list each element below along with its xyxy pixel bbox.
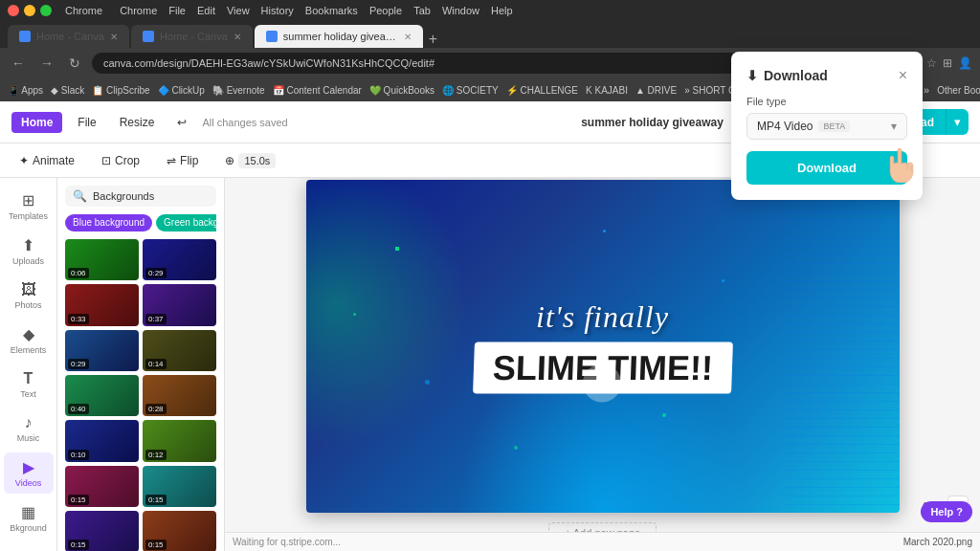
tab-close-1[interactable]: ✕	[110, 32, 118, 42]
minimize-dot[interactable]	[24, 5, 35, 16]
status-file: March 2020.png	[903, 537, 972, 547]
forward-button[interactable]: →	[36, 54, 57, 73]
menu-help[interactable]: Help	[491, 5, 513, 16]
help-label: Help ?	[930, 506, 963, 518]
bookmark-drive[interactable]: ▲ DRIVE	[635, 85, 677, 96]
menu-bookmarks[interactable]: Bookmarks	[305, 5, 358, 16]
popup-close-button[interactable]: ×	[899, 67, 907, 84]
uploads-label: Uploads	[12, 256, 44, 266]
window-controls[interactable]	[8, 5, 52, 16]
popup-download-button[interactable]: Download	[746, 151, 907, 185]
bookmark-content-calendar[interactable]: 📅 Content Calendar	[273, 85, 362, 96]
bookmark-clickup[interactable]: 🔷 ClickUp	[158, 85, 205, 96]
help-button[interactable]: Help ?	[921, 501, 972, 522]
video-thumb-7[interactable]: 0:40	[65, 375, 139, 416]
particle-5	[662, 413, 666, 417]
menu-tab[interactable]: Tab	[413, 5, 431, 16]
menu-window[interactable]: Window	[442, 5, 479, 16]
canvas-text-container[interactable]: it's finally SLIME TIME!! ▶	[474, 299, 732, 394]
maximize-dot[interactable]	[40, 5, 52, 16]
uploads-icon: ⬆	[22, 236, 34, 254]
bookmark-kajabi[interactable]: K KAJABI	[586, 85, 628, 96]
bookmark-clipscribe[interactable]: 📋 ClipScribe	[92, 85, 149, 96]
menu-bar: Chrome File Edit View History Bookmarks …	[120, 5, 513, 16]
photos-icon: 🖼	[21, 281, 36, 298]
time-control[interactable]: ⊕ 15.0s	[217, 149, 283, 172]
main-layout: ⊞ Templates ⬆ Uploads 🖼 Photos ◆ Element…	[0, 178, 980, 551]
sidebar-item-text[interactable]: T Text	[4, 364, 54, 405]
sidebar-item-background[interactable]: ▦ Bkground	[4, 497, 54, 539]
search-panel: 🔍 ✕ ⊟ Blue background Green background ›…	[57, 178, 225, 551]
video-thumb-3[interactable]: 0:33	[65, 284, 139, 325]
flip-button[interactable]: ⇌ Flip	[159, 150, 206, 171]
download-popup: ⬇ Download × File type MP4 Video BETA ▾ …	[731, 52, 923, 200]
bookmark-slack[interactable]: ◆ Slack	[51, 85, 84, 96]
tab-summer-giveaway[interactable]: summer holiday giveaway - To... ✕	[255, 25, 423, 48]
back-button[interactable]: ←	[8, 54, 29, 73]
new-tab-button[interactable]: +	[429, 31, 437, 48]
help-button-container: Help ?	[921, 501, 972, 522]
file-type-select[interactable]: MP4 Video BETA ▾	[746, 113, 907, 140]
browser-tabs: Home - Canva ✕ Home - Canva ✕ summer hol…	[0, 21, 980, 48]
menu-history[interactable]: History	[261, 5, 294, 16]
download-dropdown-button[interactable]: ▾	[946, 109, 969, 135]
bookmark-society[interactable]: 🌐 SOCIETY	[442, 85, 499, 96]
menu-edit[interactable]: Edit	[197, 5, 215, 16]
sidebar-item-uploads[interactable]: ⬆ Uploads	[4, 231, 54, 272]
tab-home-canva-1[interactable]: Home - Canva ✕	[8, 25, 129, 48]
bookmark-evernote[interactable]: 🐘 Evernote	[212, 85, 265, 96]
sidebar-item-music[interactable]: ♪ Music	[4, 408, 54, 449]
more-bookmarks[interactable]: »	[924, 84, 929, 96]
extensions-icon[interactable]: ⊞	[943, 56, 952, 70]
cat-tab-green[interactable]: Green background	[156, 214, 216, 231]
video-thumb-5[interactable]: 0:29	[65, 330, 139, 371]
canva-undo-button[interactable]: ↩	[169, 112, 194, 133]
sidebar-item-photos[interactable]: 🖼 Photos	[4, 276, 54, 316]
cat-tab-blue[interactable]: Blue background	[65, 214, 152, 231]
bookmark-apps[interactable]: 📱 Apps	[8, 85, 43, 96]
canva-resize-button[interactable]: Resize	[112, 112, 163, 133]
bookmark-star-icon[interactable]: ☆	[926, 56, 937, 70]
bookmark-other[interactable]: Other Bookmarks	[937, 85, 980, 96]
video-thumb-2[interactable]: 0:29	[143, 239, 216, 280]
menu-chrome[interactable]: Chrome	[120, 5, 157, 16]
menu-people[interactable]: People	[369, 5, 402, 16]
particle-4	[722, 279, 724, 282]
search-input[interactable]	[93, 190, 225, 202]
canva-home-button[interactable]: Home	[11, 112, 62, 133]
bookmark-quickbooks[interactable]: 💚 QuickBooks	[369, 85, 434, 96]
video-thumb-10[interactable]: 0:12	[143, 420, 216, 461]
video-thumb-6[interactable]: 0:14	[143, 330, 216, 371]
menu-file[interactable]: File	[168, 5, 186, 16]
crop-button[interactable]: ⊡ Crop	[94, 150, 147, 171]
bookmark-challenge[interactable]: ⚡ CHALLENGE	[506, 85, 578, 96]
video-thumb-14[interactable]: 0:15	[143, 511, 216, 551]
video-thumb-1[interactable]: 0:06	[65, 239, 139, 280]
sidebar-item-videos[interactable]: ▶ Videos	[4, 452, 54, 494]
menu-view[interactable]: View	[227, 5, 250, 16]
browser-name: Chrome	[65, 5, 102, 16]
video-thumb-9[interactable]: 0:10	[65, 420, 139, 461]
canvas-bold-text-wrapper: SLIME TIME!! ▶	[474, 335, 732, 394]
video-thumb-12[interactable]: 0:15	[143, 466, 216, 507]
sidebar-item-folders[interactable]: 📁 Folders	[4, 542, 54, 551]
crop-icon: ⊡	[101, 154, 111, 167]
video-thumb-8[interactable]: 0:28	[143, 375, 216, 416]
video-thumb-11[interactable]: 0:15	[65, 466, 139, 507]
profile-icon[interactable]: 👤	[958, 56, 972, 70]
animate-button[interactable]: ✦ Animate	[11, 150, 82, 171]
play-overlay-icon[interactable]: ▶	[583, 364, 621, 403]
reload-button[interactable]: ↻	[65, 54, 84, 73]
tab-favicon-1	[19, 31, 31, 42]
tab-close-2[interactable]: ✕	[234, 32, 241, 42]
sidebar-item-templates[interactable]: ⊞ Templates	[4, 186, 54, 227]
tab-close-3[interactable]: ✕	[404, 32, 412, 42]
canvas-slide[interactable]: it's finally SLIME TIME!! ▶	[306, 180, 900, 513]
tab-home-canva-2[interactable]: Home - Canva ✕	[131, 25, 253, 48]
sidebar-item-elements[interactable]: ◆ Elements	[4, 320, 54, 361]
particle-3	[425, 380, 430, 385]
video-thumb-13[interactable]: 0:15	[65, 511, 139, 551]
close-dot[interactable]	[8, 5, 19, 16]
canva-file-menu[interactable]: File	[70, 112, 103, 133]
video-thumb-4[interactable]: 0:37	[143, 284, 216, 325]
